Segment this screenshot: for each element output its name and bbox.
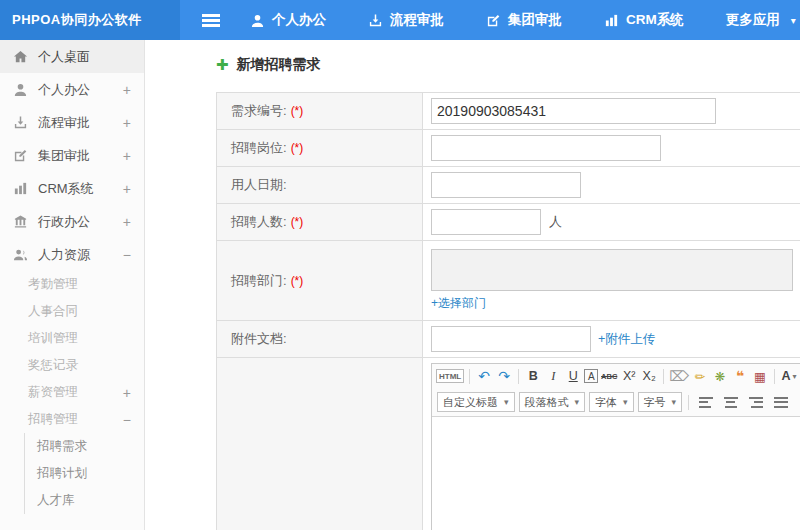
sidebar-item-label: 培训管理 (28, 330, 78, 347)
sidebar-item-label: 人才库 (37, 492, 75, 509)
headcount-input[interactable] (431, 209, 541, 235)
chevron-down-icon: ▾ (504, 397, 509, 407)
sidebar-item-rewards[interactable]: 奖惩记录 (0, 352, 144, 379)
plus-icon: ✚ (216, 56, 229, 74)
chevron-down-icon: ▾ (791, 15, 796, 26)
topnav-workflow-approval[interactable]: 流程审批 (368, 11, 444, 29)
dept-textarea[interactable] (431, 249, 793, 291)
toolbar-separator (518, 369, 519, 384)
collapse-icon[interactable]: − (123, 412, 131, 428)
position-input[interactable] (431, 135, 661, 161)
font-size-select[interactable]: 字号 ▾ (638, 392, 683, 412)
sidebar-item-admin-office[interactable]: 行政办公 + (0, 205, 144, 238)
use-date-input[interactable] (431, 172, 581, 198)
recruit-demand-form: 需求编号: (*) 招聘岗位: (*) 用人日期: (216, 92, 800, 530)
sidebar-item-workflow-approval[interactable]: 流程审批 + (0, 106, 144, 139)
editor-toolbar-row2: 自定义标题 ▾ 段落格式 ▾ 字体 ▾ 字号 ▾ (432, 388, 800, 416)
upload-attachment-link[interactable]: +附件上传 (598, 331, 655, 348)
sidebar-item-crm[interactable]: CRM系统 + (0, 172, 144, 205)
sidebar-item-recruit-plan[interactable]: 招聘计划 (25, 460, 144, 487)
expand-icon[interactable]: + (123, 214, 131, 230)
sidebar-item-group-approval[interactable]: 集团审批 + (0, 139, 144, 172)
person-icon (13, 82, 29, 97)
sidebar-item-desktop[interactable]: 个人桌面 (0, 40, 144, 73)
paragraph-format-select[interactable]: 段落格式 ▾ (519, 392, 586, 412)
sidebar-item-label: 人力资源 (38, 246, 90, 264)
sidebar-item-talent-pool[interactable]: 人才库 (25, 487, 144, 514)
align-left-button[interactable] (694, 393, 717, 411)
chevron-down-icon: ▾ (623, 397, 628, 407)
topnav-personal-office[interactable]: 个人办公 (250, 11, 326, 29)
underline-button[interactable]: U (564, 367, 582, 385)
page-title: ✚ 新增招聘需求 (216, 56, 800, 74)
field-label: 需求编号: (*) (217, 93, 423, 129)
collapse-icon[interactable]: − (123, 247, 131, 263)
align-right-button[interactable] (744, 393, 767, 411)
sidebar-item-attendance[interactable]: 考勤管理 (0, 271, 144, 298)
topnav-label: 个人办公 (272, 11, 326, 29)
expand-icon[interactable]: + (123, 148, 131, 164)
align-center-button[interactable] (719, 393, 742, 411)
redo-icon[interactable]: ↷ (495, 367, 513, 385)
topnav-label: 更多应用 (726, 11, 780, 29)
font-family-select[interactable]: 字体 ▾ (589, 392, 634, 412)
expand-icon[interactable]: + (123, 82, 131, 98)
field-label: 附件文档: (217, 321, 423, 357)
field-label: 招聘部门: (*) (217, 241, 423, 320)
req-no-input[interactable] (431, 98, 716, 124)
undo-icon[interactable]: ↶ (475, 367, 493, 385)
custom-title-select[interactable]: 自定义标题 ▾ (437, 392, 515, 412)
form-row-headcount: 招聘人数: (*) 人 (217, 204, 800, 241)
sidebar-item-label: 个人桌面 (38, 48, 90, 66)
form-row-req-no: 需求编号: (*) (217, 93, 800, 130)
bar-chart-icon (604, 13, 619, 28)
strikethrough-button[interactable]: ABC (600, 367, 618, 385)
form-row-requirement: 岗位要求: (*) HTML ↶ ↷ B I U A ABC (217, 358, 800, 530)
format-painter-icon[interactable]: ✏ (691, 367, 709, 385)
field-label: 岗位要求: (*) (217, 358, 423, 530)
editor-content-area[interactable] (432, 416, 800, 530)
font-color-button[interactable]: A ▾ (780, 367, 798, 385)
align-justify-button[interactable] (769, 393, 792, 411)
italic-button[interactable]: I (544, 367, 562, 385)
expand-icon[interactable]: + (123, 181, 131, 197)
sidebar-item-label: 行政办公 (38, 213, 90, 231)
topnav-group-approval[interactable]: 集团审批 (486, 11, 562, 29)
eraser-icon[interactable]: ⌦ (669, 367, 689, 385)
toolbar-separator (663, 369, 664, 384)
hamburger-menu-icon[interactable] (202, 14, 220, 26)
form-row-position: 招聘岗位: (*) (217, 130, 800, 167)
sidebar-item-recruit-demand[interactable]: 招聘需求 (25, 433, 144, 460)
app-brand: PHPOA协同办公软件 (0, 0, 180, 40)
sidebar-item-personal-office[interactable]: 个人办公 + (0, 73, 144, 106)
sidebar-item-hr-contract[interactable]: 人事合同 (0, 298, 144, 325)
sidebar-item-hr[interactable]: 人力资源 − (0, 238, 144, 271)
font-button[interactable]: A (584, 369, 598, 383)
expand-icon[interactable]: + (123, 385, 131, 401)
topnav-more-apps[interactable]: 更多应用 ▾ (726, 11, 796, 29)
topnav-crm[interactable]: CRM系统 (604, 11, 684, 29)
html-source-button[interactable]: HTML (436, 369, 464, 383)
blockquote-icon[interactable]: ❝ (731, 367, 749, 385)
sidebar-item-label: 个人办公 (38, 81, 90, 99)
bold-button[interactable]: B (524, 367, 542, 385)
expand-icon[interactable]: + (123, 115, 131, 131)
field-label: 招聘岗位: (*) (217, 130, 423, 166)
attachment-input[interactable] (431, 326, 591, 352)
clean-format-icon[interactable]: ❋ (711, 367, 729, 385)
top-header: PHPOA协同办公软件 个人办公 流程审批 集团审批 CRM系统 (0, 0, 800, 40)
topnav-label: 流程审批 (390, 11, 444, 29)
table-icon[interactable]: ▦ (751, 367, 769, 385)
form-row-use-date: 用人日期: (217, 167, 800, 204)
toolbar-separator (774, 369, 775, 384)
sidebar-item-training[interactable]: 培训管理 (0, 325, 144, 352)
chevron-down-icon: ▾ (793, 372, 797, 381)
workflow-icon (368, 13, 383, 28)
select-dept-link[interactable]: +选择部门 (431, 295, 486, 312)
sidebar-item-salary[interactable]: 薪资管理 + (0, 379, 144, 406)
bar-chart-icon (13, 181, 29, 196)
headcount-unit: 人 (549, 213, 562, 231)
sidebar-item-recruit-mgmt[interactable]: 招聘管理 − (0, 406, 144, 433)
subscript-button[interactable]: X₂ (640, 367, 658, 385)
superscript-button[interactable]: X² (620, 367, 638, 385)
